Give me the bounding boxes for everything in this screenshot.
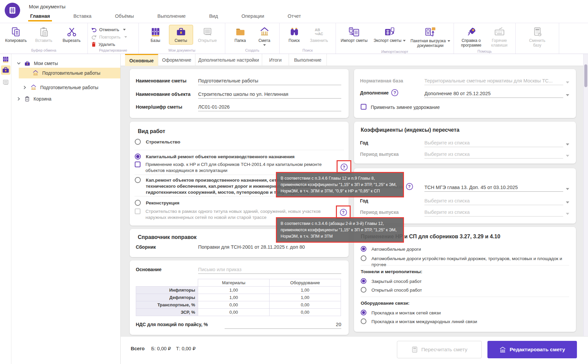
export-dropdown-icon[interactable]: [403, 40, 406, 42]
ribbon-tab-operations[interactable]: Операции: [239, 13, 266, 21]
radio-selected-icon[interactable]: [361, 310, 366, 315]
cut-button[interactable]: Вырезать: [58, 25, 85, 45]
winter-cost-checkbox[interactable]: [361, 104, 366, 110]
undo-dropdown-icon[interactable]: [123, 29, 126, 31]
basis-input[interactable]: Письмо или приказ: [198, 265, 341, 274]
dropdown-arrow-icon[interactable]: [566, 94, 569, 96]
radio-roads[interactable]: Автомобильные дороги: [361, 246, 568, 252]
ribbon-tab-view[interactable]: Вид: [207, 13, 220, 21]
radio-roads-coverings[interactable]: Автомобильные дороги устройство покрытий…: [361, 256, 568, 268]
cell-input[interactable]: 0,00: [198, 301, 270, 309]
cell-input[interactable]: 0,00: [198, 309, 270, 316]
new-estimate-dropdown-icon[interactable]: [263, 44, 266, 46]
radio-reconstruction[interactable]: Реконструкция: [135, 200, 339, 206]
trash-icon: [24, 96, 30, 102]
collection-value[interactable]: Поправки для ТСН-2001 от 28.11.2025 г. д…: [198, 244, 305, 251]
help-icon[interactable]: ?: [340, 209, 347, 216]
rail-bases-icon[interactable]: [1, 55, 10, 64]
estimate-number-input[interactable]: ЛС01-01-2026: [198, 103, 341, 111]
object-name-input[interactable]: Строительство школы по ул. Неглинная: [198, 90, 341, 99]
dropdown-arrow-icon[interactable]: [566, 188, 569, 190]
tsn-base-select[interactable]: ТСН МГЭ глава 13. Доп. 45 от 03.10.2025: [424, 183, 563, 192]
recalculate-button[interactable]: Пересчитать смету: [397, 341, 482, 358]
addendum-select[interactable]: Дополнение 80 от 25.12.2025: [424, 89, 563, 98]
radio-icon[interactable]: [135, 177, 141, 183]
tab-extra-settings[interactable]: Дополнительные настройки: [195, 54, 262, 66]
rail-opened-icon[interactable]: [1, 78, 10, 87]
tab-totals[interactable]: Итоги: [262, 54, 289, 66]
radio-selected-icon[interactable]: [361, 246, 366, 252]
dropdown-arrow-icon[interactable]: [566, 143, 569, 145]
radio-icon[interactable]: [361, 318, 366, 324]
addendum-help-icon[interactable]: ?: [391, 89, 398, 96]
radio-icon[interactable]: [135, 200, 141, 206]
ribbon-tab-report[interactable]: Отчет: [286, 13, 303, 21]
tsn-year-select[interactable]: Выберите из списка: [424, 196, 563, 205]
batch-export-button[interactable]: Пакетная выгрузка документации: [410, 25, 451, 50]
scrollbar-thumb[interactable]: [584, 64, 587, 87]
ribbon-tab-main[interactable]: Главная: [28, 13, 52, 21]
replace-button[interactable]: AB↪AC Заменить: [306, 25, 332, 45]
redo-button[interactable]: Повторить: [91, 34, 135, 40]
cell-input[interactable]: 0,00: [270, 309, 341, 316]
batch-dropdown-icon[interactable]: [448, 40, 450, 42]
paste-button[interactable]: Вставить: [31, 25, 57, 45]
copy-button[interactable]: Копировать: [3, 25, 29, 45]
cell-input[interactable]: 1,00: [198, 287, 270, 294]
import-estimate-button[interactable]: Импорт сметы: [339, 25, 370, 45]
radio-open-method[interactable]: Открытый способ работ: [361, 287, 568, 293]
radio-icon[interactable]: [361, 287, 366, 293]
help-icon[interactable]: ?: [341, 164, 348, 171]
chevron-down-icon[interactable]: [17, 61, 21, 65]
delete-button[interactable]: Удалить: [91, 41, 135, 48]
coeff-year-select[interactable]: Выберите из списка: [424, 138, 563, 147]
ribbon-tab-volumes[interactable]: Объёмы: [113, 13, 136, 21]
radio-selected-icon[interactable]: [135, 154, 141, 160]
tree-item-estimate-selected[interactable]: Подготовительные работы: [32, 68, 100, 78]
radio-selected-icon[interactable]: [361, 278, 366, 284]
cell-input[interactable]: 1,00: [270, 294, 341, 301]
tab-main[interactable]: Основные: [125, 54, 158, 66]
radio-construction[interactable]: Строительство: [135, 139, 339, 145]
rail-estimates-icon[interactable]: [1, 65, 10, 75]
winter-cost-checkbox-row[interactable]: Применить зимнее удорожание: [361, 104, 440, 111]
new-estimate-button[interactable]: Смета: [253, 25, 276, 47]
new-folder-button[interactable]: Папка: [229, 25, 252, 45]
radio-comm-international[interactable]: Прокладка и монтаж международных линий с…: [361, 319, 568, 325]
radio-icon[interactable]: [135, 139, 141, 145]
cell-input[interactable]: 1,00: [198, 294, 270, 301]
ribbon-tab-execution[interactable]: Выполнение: [156, 13, 188, 21]
undo-button[interactable]: Отменить: [91, 26, 135, 33]
radio-closed-method[interactable]: Закрытый способ работ: [361, 279, 568, 285]
estimates-button[interactable]: Сметы: [169, 25, 193, 45]
checkbox-icon[interactable]: [135, 162, 140, 167]
export-estimate-button[interactable]: Экспорт сметы: [371, 25, 409, 45]
find-button[interactable]: Поиск: [284, 25, 305, 45]
tree-item-my-estimates[interactable]: Мои сметы: [17, 58, 58, 69]
tree-item-estimate-2[interactable]: Подготовительные работы: [23, 82, 98, 93]
chevron-right-icon[interactable]: [23, 85, 27, 89]
vertical-scrollbar[interactable]: [583, 54, 588, 336]
tsn-help-icon[interactable]: ?: [406, 183, 413, 190]
cell-input[interactable]: 0,00: [270, 301, 341, 309]
opened-button[interactable]: Открытые: [194, 25, 221, 45]
coeff-period-label: Период выпуска: [360, 151, 424, 159]
dropdown-arrow-icon[interactable]: [566, 201, 569, 203]
radio-capital-repair[interactable]: Капитальный ремонт объектов непроизводст…: [135, 154, 339, 160]
cell-input[interactable]: 1,00: [270, 287, 341, 294]
vat-input[interactable]: 20: [225, 320, 341, 329]
chevron-right-icon[interactable]: [17, 97, 21, 101]
dropdown-arrow-icon: [566, 213, 569, 215]
radio-comm-networks[interactable]: Прокладка и монтаж сетей связи: [361, 310, 568, 316]
hotkeys-button[interactable]: Горячиеклавиши: [487, 25, 512, 49]
estimate-name-input[interactable]: Подготовительные работы: [198, 76, 341, 85]
edit-estimate-button[interactable]: Редактировать смету: [487, 341, 577, 358]
change-base-button[interactable]: Сменитьбазу: [525, 25, 549, 49]
bases-button[interactable]: Базы: [143, 25, 168, 45]
tree-item-trash[interactable]: Корзина: [17, 94, 51, 104]
tab-formatting[interactable]: Оформление: [158, 54, 195, 66]
radio-icon[interactable]: [361, 255, 366, 261]
ribbon-tab-insert[interactable]: Вставка: [71, 13, 94, 21]
about-button[interactable]: Справка опрограмме: [457, 25, 485, 49]
tab-execution[interactable]: Выполнение: [289, 54, 327, 66]
